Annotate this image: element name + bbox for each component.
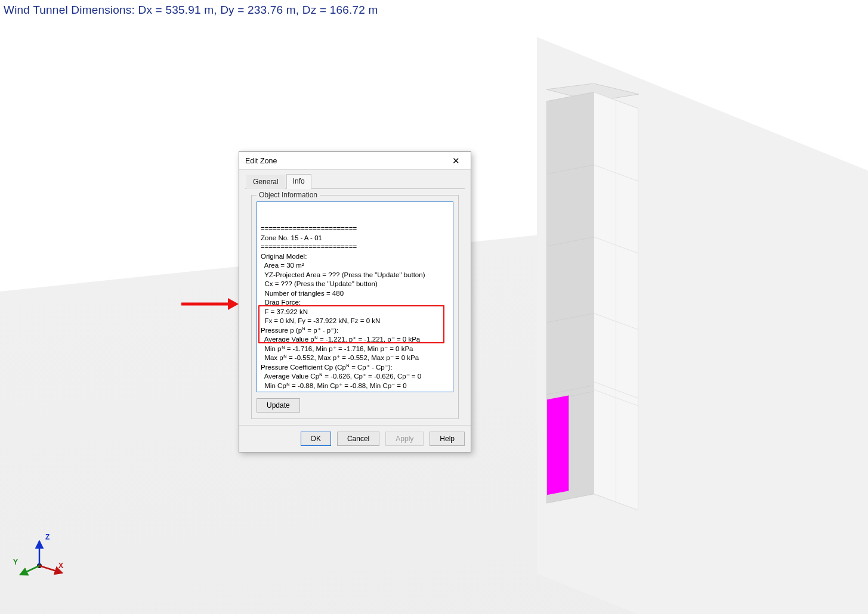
- annotation-arrow: [179, 297, 239, 311]
- dialog-tabs: General Info: [245, 173, 465, 189]
- info-line: Min Cpᴺ = -0.88, Min Cp⁺ = -0.88, Min Cp…: [261, 382, 449, 391]
- apply-button[interactable]: Apply: [385, 432, 424, 446]
- info-line: F = 37.922 kN: [261, 308, 449, 317]
- info-line: Max Cpᴺ = -0.283, Max Cp⁺ = -0.283, Max …: [261, 390, 449, 392]
- axis-z-label: Z: [45, 533, 50, 541]
- building-right-face: [594, 92, 638, 510]
- info-line: Fx = 0 kN, Fy = -37.922 kN, Fz = 0 kN: [261, 317, 449, 326]
- info-line: Cx = ??? (Press the "Update" button): [261, 280, 449, 289]
- info-line: ========================: [261, 243, 449, 252]
- dialog-titlebar[interactable]: Edit Zone ✕: [239, 152, 471, 170]
- svg-marker-6: [228, 298, 239, 310]
- update-button[interactable]: Update: [257, 398, 300, 413]
- info-line: Number of triangles = 480: [261, 289, 449, 299]
- building-model[interactable]: [546, 83, 639, 501]
- axis-y-label: Y: [13, 558, 18, 566]
- building-left-face: [546, 92, 594, 504]
- info-line: ========================: [261, 224, 449, 234]
- info-line: Max pᴺ = -0.552, Max p⁺ = -0.552, Max p⁻…: [261, 353, 449, 363]
- info-line: Average Value Cpᴺ = -0.626, Cp⁺ = -0.626…: [261, 372, 449, 382]
- info-line: Pressure Coefficient Cp (Cpᴺ = Cp⁺ - Cp⁻…: [261, 363, 449, 373]
- info-line: Original Model:: [261, 252, 449, 262]
- close-icon: ✕: [452, 156, 460, 165]
- cancel-button[interactable]: Cancel: [337, 432, 379, 446]
- dialog-close-button[interactable]: ✕: [444, 154, 467, 168]
- edit-zone-dialog: Edit Zone ✕ General Info Object Informat…: [239, 151, 471, 452]
- dialog-title: Edit Zone: [245, 157, 277, 165]
- help-button[interactable]: Help: [430, 432, 465, 446]
- wind-tunnel-dimensions-label: Wind Tunnel Dimensions: Dx = 535.91 m, D…: [4, 4, 378, 17]
- svg-line-3: [20, 566, 39, 575]
- object-information-textbox[interactable]: ========================Zone No. 15 - A …: [257, 201, 453, 392]
- object-information-legend: Object Information: [257, 191, 320, 199]
- axis-x-label: X: [58, 562, 63, 570]
- dialog-footer: OK Cancel Apply Help: [239, 425, 471, 452]
- info-line: Min pᴺ = -1.716, Min p⁺ = -1.716, Min p⁻…: [261, 345, 449, 354]
- tab-info[interactable]: Info: [286, 174, 311, 189]
- object-information-group: Object Information =====================…: [251, 195, 459, 419]
- ok-button[interactable]: OK: [301, 432, 331, 446]
- info-line: Pressure p (pᴺ = p⁺ - p⁻):: [261, 326, 449, 336]
- axes-triad[interactable]: Z Y X: [13, 533, 61, 581]
- info-line: Drag Force:: [261, 298, 449, 308]
- info-line: Area = 30 m²: [261, 261, 449, 271]
- info-line: Zone No. 15 - A - 01: [261, 234, 449, 243]
- selected-zone-highlight: [547, 395, 569, 495]
- info-line: YZ-Projected Area = ??? (Press the "Upda…: [261, 271, 449, 280]
- info-line: Average Value pᴺ = -1.221, p⁺ = -1.221, …: [261, 335, 449, 345]
- tab-general[interactable]: General: [246, 175, 285, 189]
- viewport-3d[interactable]: Wind Tunnel Dimensions: Dx = 535.91 m, D…: [0, 0, 868, 614]
